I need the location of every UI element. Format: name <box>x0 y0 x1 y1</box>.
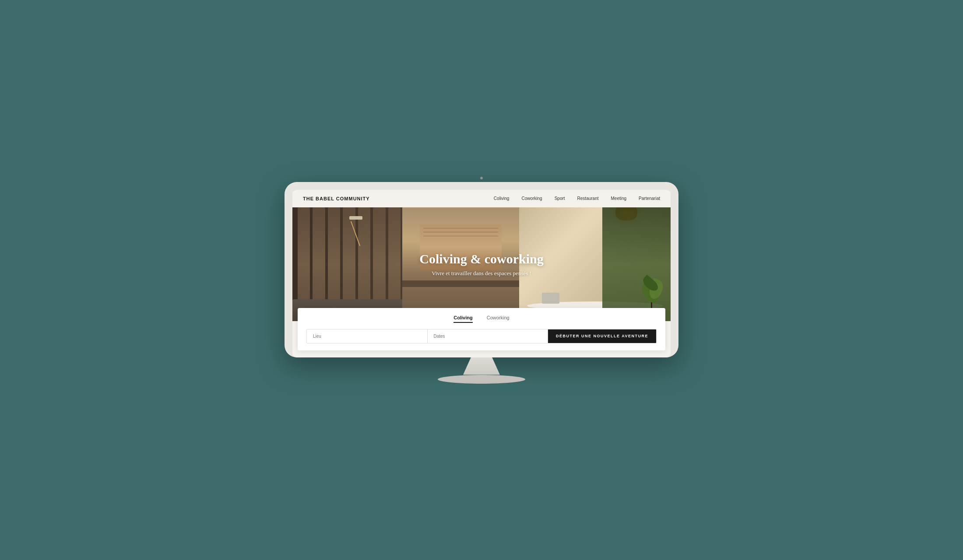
navbar: THE BABEL COMMUNITY Coliving Coworking S… <box>292 190 671 207</box>
monitor-screen: THE BABEL COMMUNITY Coliving Coworking S… <box>292 190 671 357</box>
search-lieu-input[interactable] <box>307 329 428 343</box>
nav-link-meeting[interactable]: Meeting <box>611 196 627 201</box>
nav-link-restaurant[interactable]: Restaurant <box>577 196 599 201</box>
stand-neck <box>455 357 508 375</box>
search-submit-button[interactable]: DÉBUTER UNE NOUVELLE AVENTURE <box>548 329 656 343</box>
search-tabs: Coliving Coworking <box>306 315 657 323</box>
search-tab-coworking[interactable]: Coworking <box>487 315 510 323</box>
hero-section: Coliving & coworking Vivre et travailler… <box>292 207 671 321</box>
nav-link-sport[interactable]: Sport <box>555 196 565 201</box>
hero-subtitle: Vivre et travailler dans des espaces pen… <box>432 270 531 277</box>
nav-links: Coliving Coworking Sport Restaurant Meet… <box>494 196 660 201</box>
monitor-bottom <box>292 350 671 357</box>
nav-logo: THE BABEL COMMUNITY <box>303 196 370 201</box>
search-bar: Coliving Coworking DÉBUTER UNE NOUVELLE … <box>298 308 665 350</box>
search-dates-input[interactable] <box>428 329 548 343</box>
stand-base <box>438 375 525 384</box>
hero-overlay: Coliving & coworking Vivre et travailler… <box>292 207 671 321</box>
search-inputs: DÉBUTER UNE NOUVELLE AVENTURE <box>306 329 657 343</box>
monitor: THE BABEL COMMUNITY Coliving Coworking S… <box>285 182 678 357</box>
monitor-stand <box>438 357 525 384</box>
monitor-camera <box>480 177 483 179</box>
search-tab-coliving[interactable]: Coliving <box>453 315 472 323</box>
hero-title: Coliving & coworking <box>419 252 543 266</box>
nav-link-coliving[interactable]: Coliving <box>494 196 510 201</box>
nav-link-partenariat[interactable]: Partenariat <box>639 196 660 201</box>
nav-link-coworking[interactable]: Coworking <box>521 196 542 201</box>
